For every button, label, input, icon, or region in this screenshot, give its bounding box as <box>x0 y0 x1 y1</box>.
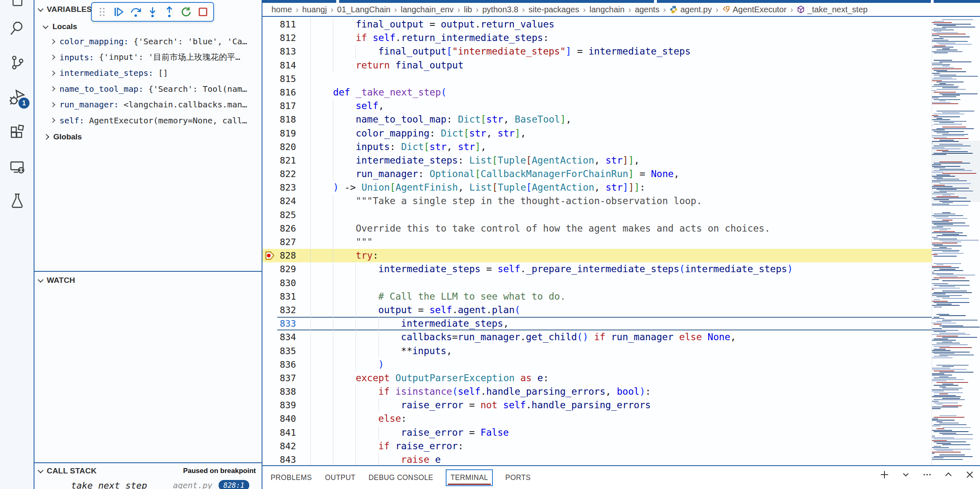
line-number[interactable]: 814 <box>277 59 296 72</box>
code-line-827[interactable]: 827""" <box>262 235 932 249</box>
call-stack-section-header[interactable]: CALL STACK Paused on breakpoint <box>34 464 262 478</box>
code-line-836[interactable]: 836) <box>262 358 932 371</box>
restart-button[interactable] <box>180 5 193 18</box>
breakpoint-margin[interactable] <box>262 99 277 113</box>
code-line-824[interactable]: 824"""Take a single step in the thought-… <box>262 194 932 208</box>
code-line-822[interactable]: 822run_manager: Optional[CallbackManager… <box>262 167 932 181</box>
breakpoint-paused-icon[interactable] <box>262 249 277 262</box>
breadcrumb-item-agent.py[interactable]: agent.py <box>670 5 712 14</box>
breadcrumb-item-site-packages[interactable]: site-packages <box>529 5 579 14</box>
code-line-814[interactable]: 814return final_output <box>262 59 932 72</box>
watch-section-header[interactable]: WATCH <box>34 273 262 287</box>
call-stack-frame[interactable]: _take_next_step agent.py 828:1 <box>34 478 262 489</box>
breakpoint-margin[interactable] <box>262 330 277 344</box>
breadcrumb-item-python3.8[interactable]: python3.8 <box>482 5 518 14</box>
line-number[interactable]: 816 <box>277 86 296 99</box>
variable-row-intermediate_steps[interactable]: intermediate_steps: [] <box>34 65 262 81</box>
variable-row-name_to_tool_map[interactable]: name_to_tool_map: {'Search': Tool(nam… <box>34 81 262 97</box>
breakpoint-margin[interactable] <box>262 222 277 235</box>
line-number[interactable]: 824 <box>277 194 296 208</box>
breakpoint-margin[interactable] <box>262 371 277 385</box>
line-number[interactable]: 828 <box>277 249 296 262</box>
code-line-839[interactable]: 839raise_error = not self.handle_parsing… <box>262 398 932 412</box>
breakpoint-margin[interactable] <box>262 181 277 194</box>
line-number[interactable]: 812 <box>277 31 296 45</box>
breakpoint-margin[interactable] <box>262 453 277 465</box>
panel-tab-terminal[interactable]: TERMINAL <box>446 469 493 486</box>
breakpoint-margin[interactable] <box>262 154 277 167</box>
breakpoint-margin[interactable] <box>262 45 277 58</box>
breakpoint-margin[interactable] <box>262 385 277 398</box>
breadcrumb-item-langchain_env[interactable]: langchain_env <box>401 5 454 14</box>
line-number[interactable]: 829 <box>277 262 296 276</box>
globals-group[interactable]: Globals <box>34 130 262 144</box>
source-control-icon[interactable] <box>7 52 27 72</box>
panel-tab-problems[interactable]: PROBLEMS <box>270 470 312 485</box>
code-line-829[interactable]: 829intermediate_steps = self._prepare_in… <box>262 262 932 276</box>
line-number[interactable]: 823 <box>277 181 296 194</box>
breakpoint-margin[interactable] <box>262 344 277 358</box>
breakpoint-margin[interactable] <box>262 113 277 126</box>
line-number[interactable]: 813 <box>277 45 296 58</box>
line-number[interactable]: 841 <box>277 426 296 439</box>
breakpoint-margin[interactable] <box>262 358 277 371</box>
breakpoint-margin[interactable] <box>262 398 277 412</box>
code-line-815[interactable]: 815 <box>262 72 932 86</box>
variable-row-inputs[interactable]: inputs: {'input': '目前市场上玫瑰花的平… <box>34 50 262 66</box>
breadcrumb-item-_take_next_step[interactable]: _take_next_step <box>797 5 868 14</box>
line-number[interactable]: 836 <box>277 358 296 371</box>
panel-tab-debug-console[interactable]: DEBUG CONSOLE <box>368 470 434 485</box>
code-line-812[interactable]: 812if self.return_intermediate_steps: <box>262 31 932 45</box>
minimap[interactable] <box>932 18 980 465</box>
close-panel-icon[interactable] <box>964 469 975 480</box>
line-number[interactable]: 833 <box>277 317 296 330</box>
step-out-button[interactable] <box>163 5 176 18</box>
line-number[interactable]: 840 <box>277 412 296 425</box>
breakpoint-margin[interactable] <box>262 194 277 208</box>
line-number[interactable]: 825 <box>277 208 296 222</box>
code-line-840[interactable]: 840else: <box>262 412 932 425</box>
code-line-842[interactable]: 842if raise_error: <box>262 439 932 453</box>
line-number[interactable]: 830 <box>277 276 296 290</box>
code-line-841[interactable]: 841raise_error = False <box>262 426 932 439</box>
line-number[interactable]: 835 <box>277 344 296 358</box>
launch-profile-chevron-icon[interactable] <box>900 469 911 480</box>
maximize-panel-icon[interactable] <box>943 469 954 480</box>
files-icon[interactable] <box>7 0 27 10</box>
code-line-826[interactable]: 826Override this to take control of how … <box>262 222 932 235</box>
variable-row-self[interactable]: self: AgentExecutor(memory=None, call… <box>34 113 262 129</box>
line-number[interactable]: 827 <box>277 235 296 249</box>
code-line-820[interactable]: 820inputs: Dict[str, str], <box>262 140 932 154</box>
new-terminal-icon[interactable] <box>879 469 890 480</box>
breakpoint-margin[interactable] <box>262 167 277 181</box>
code-line-825[interactable]: 825 <box>262 208 932 222</box>
breadcrumb-item-01_LangChain[interactable]: 01_LangChain <box>337 5 390 14</box>
breakpoint-margin[interactable] <box>262 72 277 86</box>
code-line-817[interactable]: 817self, <box>262 99 932 113</box>
code-line-823[interactable]: 823) -> Union[AgentFinish, List[Tuple[Ag… <box>262 181 932 194</box>
line-number[interactable]: 817 <box>277 99 296 113</box>
line-number[interactable]: 820 <box>277 140 296 154</box>
line-number[interactable]: 818 <box>277 113 296 126</box>
code-line-843[interactable]: 843raise e <box>262 453 932 465</box>
line-number[interactable]: 832 <box>277 303 296 317</box>
code-line-816[interactable]: 816def _take_next_step( <box>262 86 932 99</box>
run-debug-icon[interactable]: 1 <box>7 87 27 107</box>
line-number[interactable]: 842 <box>277 439 296 453</box>
breadcrumb-item-huangj[interactable]: huangj <box>302 5 327 14</box>
breakpoint-margin[interactable] <box>262 426 277 439</box>
code-line-811[interactable]: 811final_output = output.return_values <box>262 18 932 31</box>
code-line-832[interactable]: 832output = self.agent.plan( <box>262 303 932 317</box>
remote-explorer-icon[interactable] <box>7 157 27 177</box>
breakpoint-margin[interactable] <box>262 262 277 276</box>
locals-group[interactable]: Locals <box>34 20 262 34</box>
code-line-819[interactable]: 819color_mapping: Dict[str, str], <box>262 127 932 140</box>
breakpoint-margin[interactable] <box>262 235 277 249</box>
line-number[interactable]: 815 <box>277 72 296 86</box>
extensions-icon[interactable] <box>7 122 27 142</box>
breadcrumb-item-langchain[interactable]: langchain <box>590 5 625 14</box>
breakpoint-margin[interactable] <box>262 276 277 290</box>
breakpoint-margin[interactable] <box>262 18 277 31</box>
breadcrumb-item-AgentExecutor[interactable]: AgentExecutor <box>722 5 786 14</box>
code-line-834[interactable]: 834callbacks=run_manager.get_child() if … <box>262 330 932 344</box>
